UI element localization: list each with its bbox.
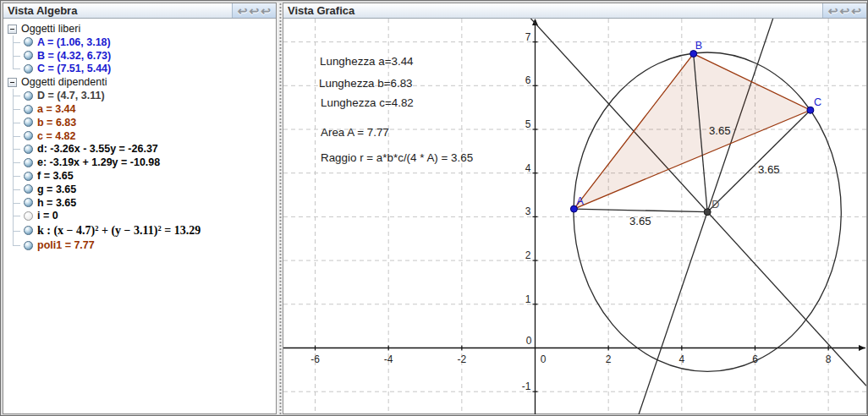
x-tick-label: 2	[606, 353, 612, 365]
algebra-item-text: e: -3.19x + 1.29y = -10.98	[37, 156, 160, 168]
y-tick-label: -1	[522, 380, 531, 392]
algebra-item-g[interactable]: g = 3.65	[3, 183, 276, 196]
algebra-item-text: a = 3.44	[37, 103, 76, 115]
tree-section-1[interactable]: Oggetti dipendenti	[3, 75, 276, 89]
algebra-item-b[interactable]: b = 6.83	[3, 116, 276, 129]
algebra-item-B[interactable]: B = (4.32, 6.73)	[3, 49, 276, 63]
point-C[interactable]	[807, 107, 814, 113]
algebra-item-e[interactable]: e: -3.19x + 1.29y = -10.98	[3, 156, 276, 169]
algebra-item-text: i = 0	[37, 210, 58, 222]
algebra-item-a[interactable]: a = 3.44	[3, 102, 276, 116]
algebra-object-tree: Oggetti liberiA = (1.06, 3.18)B = (4.32,…	[3, 19, 276, 252]
panel-splitter[interactable]	[277, 3, 283, 414]
segment-DA[interactable]	[574, 209, 707, 212]
point-B[interactable]	[690, 51, 697, 57]
tree-connector	[13, 89, 24, 102]
y-tick-label: 3	[525, 205, 531, 217]
graphics-view-panel: Vista Grafica ↩↩↩ -6-4-22468-11234567003…	[283, 3, 867, 414]
tree-connector	[13, 143, 24, 156]
algebra-item-text: k : (x − 4.7)² + (y − 3.11)² = 13.29	[37, 224, 201, 238]
algebra-item-text: B = (4.32, 6.73)	[37, 50, 111, 62]
x-tick-label: -2	[458, 353, 467, 365]
panel-arrow-2-icon[interactable]: ↩	[840, 5, 850, 17]
point-label-C: C	[814, 96, 821, 108]
point-label-B: B	[695, 40, 702, 52]
tree-connector	[13, 102, 24, 116]
tree-connector	[13, 63, 24, 76]
algebra-item-D[interactable]: D = (4.7, 3.11)	[3, 89, 276, 102]
panel-arrow-2-icon[interactable]: ↩	[250, 5, 260, 17]
visible-object-icon[interactable]	[24, 118, 33, 127]
visible-object-icon[interactable]	[24, 37, 33, 47]
tree-section-label: Oggetti dipendenti	[21, 76, 107, 88]
panel-arrow-3-icon[interactable]: ↩	[261, 5, 271, 17]
algebra-item-text: D = (4.7, 3.11)	[37, 90, 105, 101]
hidden-object-icon[interactable]	[24, 211, 33, 221]
algebra-item-c[interactable]: c = 4.82	[3, 129, 276, 143]
visible-object-icon[interactable]	[24, 145, 33, 154]
panel-arrow-1-icon[interactable]: ↩	[828, 5, 838, 17]
line-d[interactable]	[283, 19, 866, 386]
y-tick-label: 1	[525, 293, 531, 305]
x-tick-label: -4	[384, 353, 393, 365]
algebra-item-text: f = 3.65	[37, 170, 74, 182]
y-tick-label: 4	[525, 162, 531, 174]
visible-object-icon[interactable]	[24, 226, 33, 235]
tree-connector	[13, 238, 24, 252]
algebra-item-text: d: -3.26x - 3.55y = -26.37	[37, 143, 158, 155]
visible-object-icon[interactable]	[24, 158, 33, 167]
geogebra-window: Vista Algebra ↩↩↩ Oggetti liberiA = (1.0…	[0, 0, 868, 416]
visible-object-icon[interactable]	[24, 64, 33, 74]
point-label-D: D	[711, 199, 719, 211]
point-label-A: A	[576, 195, 584, 207]
y-tick-label: 2	[525, 249, 531, 261]
algebra-item-h[interactable]: h = 3.65	[3, 196, 276, 210]
algebra-item-text: c = 4.82	[37, 130, 76, 142]
visible-object-icon[interactable]	[24, 105, 33, 114]
triangle-poli1[interactable]	[574, 54, 810, 210]
graphics-canvas[interactable]: -6-4-22468-11234567003.653.653.65Lunghez…	[283, 19, 866, 414]
tree-connector	[13, 196, 24, 210]
algebra-item-text: b = 6.83	[37, 117, 76, 129]
tree-connector	[13, 210, 24, 223]
algebra-item-text: A = (1.06, 3.18)	[37, 36, 111, 48]
algebra-item-k[interactable]: k : (x − 4.7)² + (y − 3.11)² = 13.29	[3, 222, 276, 238]
visible-object-icon[interactable]	[24, 184, 33, 194]
algebra-header-icons: ↩↩↩	[232, 3, 276, 18]
algebra-item-poli1[interactable]: poli1 = 7.77	[3, 238, 276, 252]
visible-object-icon[interactable]	[24, 241, 33, 250]
length-b-label: Lunghezza b=6.83	[319, 77, 413, 90]
radius-label: Raggio r = a*b*c/(4 * A) = 3.65	[321, 151, 473, 164]
algebra-item-C[interactable]: C = (7.51, 5.44)	[3, 63, 276, 76]
x-tick-label: -6	[310, 353, 320, 365]
visible-object-icon[interactable]	[24, 172, 33, 181]
tree-connector	[13, 183, 24, 196]
radius-value-label: 3.65	[758, 163, 780, 176]
graphics-view-header[interactable]: Vista Grafica ↩↩↩	[283, 3, 866, 19]
visible-object-icon[interactable]	[24, 91, 33, 101]
y-tick-label: 5	[525, 118, 531, 130]
collapse-icon[interactable]	[8, 78, 17, 87]
point-D[interactable]	[704, 209, 711, 216]
origin-label: 0	[541, 353, 547, 365]
length-a-label: Lunghezza a=3.44	[320, 55, 414, 68]
algebra-view-header[interactable]: Vista Algebra ↩↩↩	[3, 3, 276, 19]
tree-connector	[13, 49, 24, 63]
panel-arrow-3-icon[interactable]: ↩	[851, 5, 861, 17]
visible-object-icon[interactable]	[24, 131, 33, 140]
collapse-icon[interactable]	[8, 25, 17, 34]
tree-connector	[13, 36, 24, 49]
algebra-item-text: h = 3.65	[37, 197, 76, 209]
algebra-item-d[interactable]: d: -3.26x - 3.55y = -26.37	[3, 143, 276, 156]
tree-section-0[interactable]: Oggetti liberi	[3, 22, 276, 36]
panel-arrow-1-icon[interactable]: ↩	[238, 5, 248, 17]
visible-object-icon[interactable]	[24, 198, 33, 207]
visible-object-icon[interactable]	[24, 51, 33, 60]
algebra-item-A[interactable]: A = (1.06, 3.18)	[3, 36, 276, 49]
algebra-item-text: C = (7.51, 5.44)	[37, 63, 111, 74]
algebra-item-text: g = 3.65	[37, 183, 76, 195]
tree-connector	[13, 156, 24, 169]
algebra-item-f[interactable]: f = 3.65	[3, 169, 276, 183]
algebra-item-i[interactable]: i = 0	[3, 210, 276, 223]
radius-value-label: 3.65	[709, 124, 731, 137]
